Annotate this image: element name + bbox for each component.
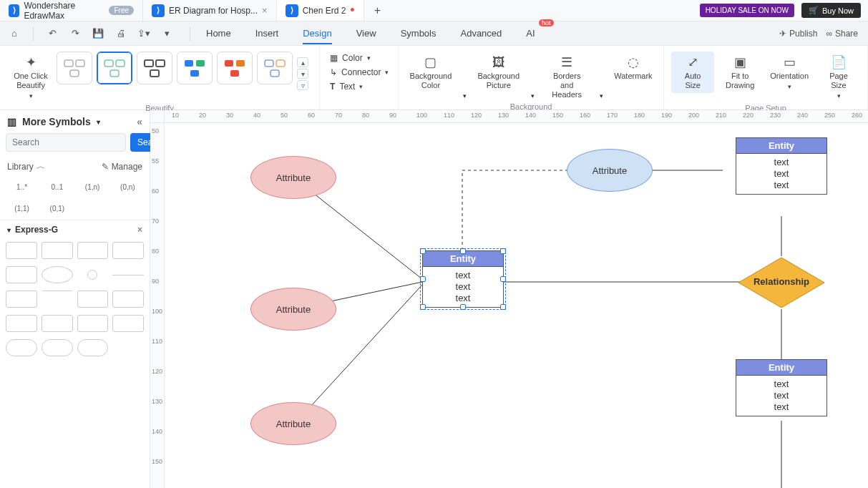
- entity-header: Entity: [736, 138, 826, 154]
- shape-rect[interactable]: [6, 242, 37, 259]
- shape-10[interactable]: [77, 315, 109, 332]
- shape-circle[interactable]: [87, 270, 97, 280]
- close-section-icon[interactable]: ×: [137, 225, 142, 235]
- attribute-shape-3[interactable]: Attribute: [250, 402, 336, 445]
- shape-pill1[interactable]: [6, 339, 37, 356]
- canvas[interactable]: Attribute Attribute Attribute Attribute …: [165, 123, 868, 488]
- orientation-button[interactable]: ▭Orientation▾: [766, 52, 813, 94]
- shape-5[interactable]: [6, 291, 37, 308]
- shape-1-1[interactable]: (1,1): [6, 200, 38, 217]
- style-theme-3[interactable]: [137, 52, 172, 84]
- svg-rect-12: [225, 60, 233, 67]
- shape-0-1b[interactable]: (0,1): [41, 200, 73, 217]
- shape-pill3[interactable]: [77, 339, 109, 356]
- page-size-button[interactable]: 📄Page Size▾: [817, 52, 860, 104]
- shape-0-1[interactable]: 0..1: [41, 178, 73, 195]
- tab-doc-2[interactable]: ⟩ Chen Erd 2 •: [277, 0, 364, 21]
- holiday-sale-badge[interactable]: HOLIDAY SALE ON NOW: [700, 4, 794, 17]
- library-icon: ▥: [7, 116, 16, 127]
- entity-header: Entity: [736, 360, 826, 376]
- bg-color-icon: ▢: [423, 54, 439, 70]
- shape-rect2[interactable]: [42, 242, 73, 259]
- color-dropdown[interactable]: ▦Color▾: [327, 52, 374, 64]
- style-scroll-up[interactable]: ▴: [297, 57, 308, 67]
- one-click-beautify-button[interactable]: ✦ One Click Beautify ▾: [9, 52, 52, 104]
- chevron-down-icon[interactable]: ▾: [97, 118, 100, 126]
- relationship-label: Relationship: [737, 276, 826, 287]
- shape-11[interactable]: [112, 315, 144, 332]
- shape-9[interactable]: [42, 315, 73, 332]
- connector-dropdown[interactable]: ↳Connector▾: [327, 66, 391, 79]
- undo-button[interactable]: ↶: [42, 24, 62, 43]
- attribute-shape-1[interactable]: Attribute: [250, 156, 336, 199]
- background-color-button[interactable]: ▢Background Color: [406, 52, 456, 93]
- menu-home[interactable]: Home: [196, 24, 241, 43]
- search-input[interactable]: [6, 133, 126, 152]
- style-theme-2[interactable]: [97, 52, 132, 84]
- entity-shape-selected[interactable]: Entity text text text: [422, 250, 504, 308]
- svg-rect-5: [110, 70, 119, 77]
- text-dropdown[interactable]: TText▾: [327, 80, 366, 93]
- free-badge: Free: [109, 6, 134, 15]
- home-icon[interactable]: ⌂: [4, 24, 24, 43]
- menu-ai[interactable]: AIhot: [516, 24, 545, 43]
- save-button[interactable]: 💾: [88, 24, 108, 43]
- print-button[interactable]: 🖨: [111, 24, 131, 43]
- shape-rect3[interactable]: [77, 242, 109, 259]
- share-button[interactable]: ∞Share: [826, 29, 858, 39]
- entity-shape-2[interactable]: Entity text text text: [736, 137, 827, 195]
- entity-shape-3[interactable]: Entity text text text: [736, 359, 827, 416]
- tab-app[interactable]: ⟩ Wondershare EdrawMax Free: [0, 0, 143, 21]
- style-theme-5[interactable]: [217, 52, 253, 84]
- close-icon[interactable]: ×: [262, 5, 268, 16]
- export-button[interactable]: ⇪▾: [134, 24, 154, 43]
- redo-button[interactable]: ↷: [65, 24, 85, 43]
- shape-1-n[interactable]: (1,n): [77, 178, 109, 195]
- shape-0-n[interactable]: (0,n): [112, 178, 144, 195]
- new-tab-button[interactable]: +: [364, 4, 391, 17]
- menu-view[interactable]: View: [346, 24, 386, 43]
- shape-branch[interactable]: [42, 291, 73, 298]
- menu-design[interactable]: Design: [293, 24, 341, 43]
- shape-pill2[interactable]: [42, 339, 73, 356]
- fit-to-drawing-button[interactable]: ▣Fit to Drawing: [718, 52, 761, 93]
- library-toggle[interactable]: Library ︿: [7, 160, 45, 172]
- shape-rounded[interactable]: [6, 266, 37, 283]
- buy-now-button[interactable]: 🛒 Buy Now: [801, 3, 861, 18]
- shape-ellipse[interactable]: [42, 266, 73, 283]
- publish-button[interactable]: ✈Publish: [779, 29, 817, 39]
- shape-6[interactable]: [77, 291, 109, 308]
- watermark-button[interactable]: ◌Watermark: [610, 52, 657, 84]
- attribute-shape-2[interactable]: Attribute: [250, 288, 336, 331]
- background-picture-button[interactable]: 🖼Background Picture: [474, 52, 524, 93]
- svg-rect-14: [230, 70, 239, 77]
- chevron-down-icon[interactable]: ▾: [597, 89, 606, 102]
- style-scroll-down[interactable]: ▾: [297, 69, 308, 79]
- section-express-g[interactable]: ▾ Express-G ×: [0, 220, 150, 239]
- workspace: ▥ More Symbols ▾ « Search Library ︿ ✎ Ma…: [0, 110, 868, 488]
- style-theme-4[interactable]: [177, 52, 213, 84]
- collapse-sidebar-icon[interactable]: «: [137, 116, 142, 127]
- menu-insert[interactable]: Insert: [245, 24, 289, 43]
- relationship-shape[interactable]: Relationship: [737, 256, 826, 311]
- shape-7[interactable]: [112, 291, 144, 308]
- auto-size-button[interactable]: ⤢Auto Size: [671, 52, 714, 93]
- app-logo-icon: ⟩: [9, 4, 19, 17]
- style-theme-1[interactable]: [57, 52, 92, 84]
- menu-symbols[interactable]: Symbols: [391, 24, 447, 43]
- shape-line[interactable]: [112, 275, 144, 275]
- sidebar-title: More Symbols: [22, 116, 91, 127]
- style-expand[interactable]: ▿: [297, 80, 308, 90]
- more-qa-button[interactable]: ▾: [157, 24, 177, 43]
- manage-button[interactable]: ✎ Manage: [102, 162, 142, 172]
- style-theme-6[interactable]: [257, 52, 293, 84]
- shape-rect4[interactable]: [112, 242, 144, 259]
- chevron-down-icon[interactable]: ▾: [528, 89, 537, 102]
- shape-8[interactable]: [6, 315, 37, 332]
- tab-doc-1[interactable]: ⟩ ER Diagram for Hosp... ×: [143, 0, 277, 21]
- chevron-down-icon[interactable]: ▾: [460, 89, 469, 102]
- attribute-shape-4[interactable]: Attribute: [567, 149, 653, 192]
- borders-headers-button[interactable]: ☰Borders and Headers: [542, 52, 593, 102]
- menu-advanced[interactable]: Advanced: [450, 24, 512, 43]
- shape-1-star[interactable]: 1..*: [6, 178, 38, 195]
